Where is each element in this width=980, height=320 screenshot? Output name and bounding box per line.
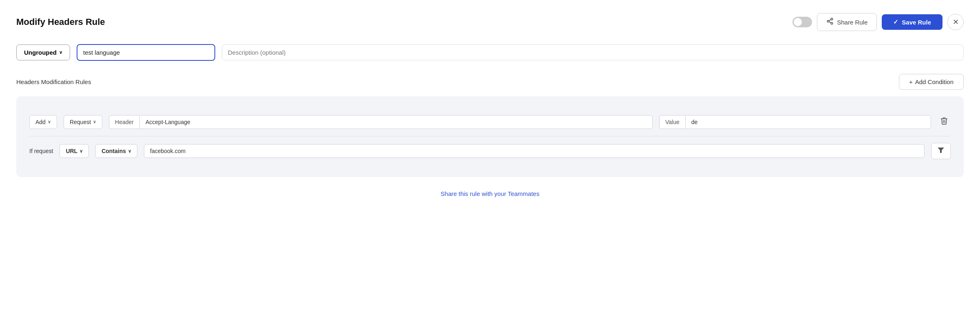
share-link-row: Share this rule with your Teammates: [16, 190, 964, 197]
type-label: Request: [70, 119, 91, 125]
share-icon: [826, 18, 834, 27]
url-dropdown-button[interactable]: URL ∨: [60, 144, 89, 158]
action-chevron-icon: ∨: [48, 119, 51, 124]
description-input[interactable]: [222, 44, 964, 60]
close-icon: ✕: [953, 18, 959, 27]
close-button[interactable]: ✕: [947, 14, 964, 30]
rule-row: Add ∨ Request ∨ Header Value: [29, 108, 951, 136]
condition-row: If request URL ∨ Contains ∨: [29, 136, 951, 166]
name-row: Ungrouped ∨: [16, 44, 964, 61]
filter-button[interactable]: [931, 143, 951, 159]
share-teammates-link[interactable]: Share this rule with your Teammates: [441, 190, 539, 197]
svg-line-4: [829, 20, 831, 21]
section-header: Headers Modification Rules + Add Conditi…: [16, 74, 964, 90]
contains-label: Contains: [102, 148, 126, 154]
svg-marker-5: [938, 148, 944, 153]
contains-chevron-icon: ∨: [128, 149, 131, 154]
header-label: Header: [109, 115, 139, 129]
url-label: URL: [66, 148, 77, 154]
save-rule-label: Save Rule: [902, 19, 931, 26]
action-dropdown-button[interactable]: Add ∨: [29, 115, 57, 129]
group-dropdown-button[interactable]: Ungrouped ∨: [16, 44, 70, 60]
delete-rule-button[interactable]: [938, 114, 951, 129]
if-request-label: If request: [29, 148, 53, 154]
action-label: Add: [35, 119, 46, 125]
filter-icon: [937, 148, 945, 155]
group-label: Ungrouped: [24, 49, 57, 56]
toggle-switch[interactable]: [792, 17, 812, 27]
value-group: Value: [659, 115, 931, 129]
page-title: Modify Headers Rule: [16, 17, 105, 27]
value-input[interactable]: [685, 115, 931, 129]
add-condition-button[interactable]: + Add Condition: [899, 74, 964, 90]
share-rule-label: Share Rule: [837, 19, 867, 26]
header-row: Modify Headers Rule Share Rule ✓ Save Ru…: [16, 13, 964, 31]
trash-icon: [940, 118, 948, 127]
contains-dropdown-button[interactable]: Contains ∨: [95, 144, 137, 158]
rule-card: Add ∨ Request ∨ Header Value: [16, 96, 964, 177]
add-condition-label: Add Condition: [915, 78, 954, 85]
url-chevron-icon: ∨: [79, 149, 83, 154]
page-container: Modify Headers Rule Share Rule ✓ Save Ru…: [0, 0, 980, 320]
chevron-down-icon: ∨: [59, 50, 62, 55]
condition-value-input[interactable]: [144, 144, 925, 158]
svg-line-3: [829, 22, 831, 23]
section-title: Headers Modification Rules: [16, 78, 91, 85]
plus-icon: +: [909, 78, 913, 85]
header-input[interactable]: [139, 115, 653, 129]
share-rule-button[interactable]: Share Rule: [817, 13, 877, 31]
check-icon: ✓: [893, 18, 898, 26]
type-dropdown-button[interactable]: Request ∨: [64, 115, 102, 129]
header-group: Header: [109, 115, 653, 129]
rule-name-input[interactable]: [77, 44, 215, 61]
save-rule-button[interactable]: ✓ Save Rule: [882, 14, 942, 30]
type-chevron-icon: ∨: [93, 119, 96, 124]
header-actions: Share Rule ✓ Save Rule ✕: [792, 13, 964, 31]
value-label: Value: [659, 115, 685, 129]
